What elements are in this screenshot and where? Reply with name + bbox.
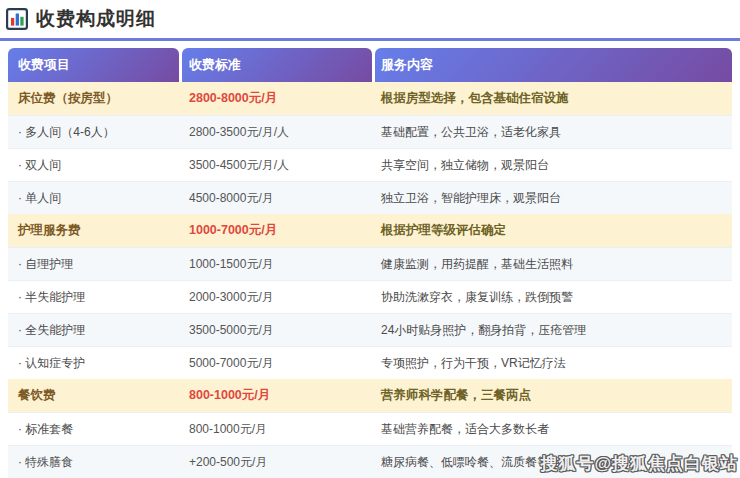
fee-item-cell: · 特殊膳食 (8, 446, 179, 478)
fee-item-cell: 餐饮费 (8, 379, 179, 412)
service-content-cell: 基础营养配餐，适合大多数长者 (375, 413, 732, 445)
fee-standard-cell: 1000-1500元/月 (182, 248, 372, 280)
service-content-cell: 专项照护，行为干预，VR记忆疗法 (375, 347, 732, 379)
fee-item-cell: · 半失能护理 (8, 281, 179, 313)
page: 收费构成明细 收费项目 收费标准 服务内容 床位费（按房型）2800-8000元… (0, 0, 740, 478)
table-header-row: 收费项目 收费标准 服务内容 (8, 48, 732, 82)
fee-item-cell: · 全失能护理 (8, 314, 179, 346)
fee-item-cell: · 标准套餐 (8, 413, 179, 445)
fee-item-cell: 床位费（按房型） (8, 82, 179, 115)
fee-item-cell: · 自理护理 (8, 248, 179, 280)
table-row: · 自理护理1000-1500元/月健康监测，用药提醒，基础生活照料 (8, 247, 732, 280)
bar-chart-icon (6, 8, 28, 30)
table-row: · 认知症专护5000-7000元/月专项照护，行为干预，VR记忆疗法 (8, 346, 732, 379)
fee-standard-cell: 800-1000元/月 (182, 413, 372, 445)
column-header-fee-item: 收费项目 (8, 48, 179, 82)
category-row: 餐饮费800-1000元/月营养师科学配餐，三餐两点 (8, 379, 732, 412)
table-row: · 单人间4500-8000元/月独立卫浴，智能护理床，观景阳台 (8, 181, 732, 214)
fee-standard-cell: 5000-7000元/月 (182, 347, 372, 379)
service-content-cell: 独立卫浴，智能护理床，观景阳台 (375, 182, 732, 214)
fee-standard-cell: +200-500元/月 (182, 446, 372, 478)
table-row: · 标准套餐800-1000元/月基础营养配餐，适合大多数长者 (8, 412, 732, 445)
fee-item-cell: · 认知症专护 (8, 347, 179, 379)
page-header: 收费构成明细 (0, 0, 740, 41)
fee-item-cell: 护理服务费 (8, 214, 179, 247)
category-row: 床位费（按房型）2800-8000元/月根据房型选择，包含基础住宿设施 (8, 82, 732, 115)
table-row: · 多人间（4-6人）2800-3500元/月/人基础配置，公共卫浴，适老化家具 (8, 115, 732, 148)
service-content-cell: 根据护理等级评估确定 (375, 214, 732, 247)
fee-item-cell: · 多人间（4-6人） (8, 116, 179, 148)
fee-standard-cell: 3500-4500元/月/人 (182, 149, 372, 181)
service-content-cell: 24小时贴身照护，翻身拍背，压疮管理 (375, 314, 732, 346)
fee-standard-cell: 2000-3000元/月 (182, 281, 372, 313)
service-content-cell: 基础配置，公共卫浴，适老化家具 (375, 116, 732, 148)
fee-standard-cell: 800-1000元/月 (182, 379, 372, 412)
column-header-service-content: 服务内容 (375, 48, 732, 82)
table-row: · 全失能护理3500-5000元/月24小时贴身照护，翻身拍背，压疮管理 (8, 313, 732, 346)
fee-table: 收费项目 收费标准 服务内容 床位费（按房型）2800-8000元/月根据房型选… (8, 48, 732, 478)
fee-standard-cell: 2800-3500元/月/人 (182, 116, 372, 148)
column-header-fee-standard: 收费标准 (182, 48, 372, 82)
fee-standard-cell: 2800-8000元/月 (182, 82, 372, 115)
fee-item-cell: · 单人间 (8, 182, 179, 214)
fee-item-cell: · 双人间 (8, 149, 179, 181)
page-title: 收费构成明细 (36, 6, 156, 32)
table-row: · 半失能护理2000-3000元/月协助洗漱穿衣，康复训练，跌倒预警 (8, 280, 732, 313)
fee-standard-cell: 1000-7000元/月 (182, 214, 372, 247)
fee-standard-cell: 3500-5000元/月 (182, 314, 372, 346)
table-row: · 双人间3500-4500元/月/人共享空间，独立储物，观景阳台 (8, 148, 732, 181)
service-content-cell: 协助洗漱穿衣，康复训练，跌倒预警 (375, 281, 732, 313)
service-content-cell: 健康监测，用药提醒，基础生活照料 (375, 248, 732, 280)
table-body: 床位费（按房型）2800-8000元/月根据房型选择，包含基础住宿设施· 多人间… (8, 82, 732, 478)
service-content-cell: 共享空间，独立储物，观景阳台 (375, 149, 732, 181)
fee-standard-cell: 4500-8000元/月 (182, 182, 372, 214)
service-content-cell: 营养师科学配餐，三餐两点 (375, 379, 732, 412)
category-row: 护理服务费1000-7000元/月根据护理等级评估确定 (8, 214, 732, 247)
service-content-cell: 根据房型选择，包含基础住宿设施 (375, 82, 732, 115)
watermark: 搜狐号@搜狐焦点白银站 (540, 452, 738, 475)
